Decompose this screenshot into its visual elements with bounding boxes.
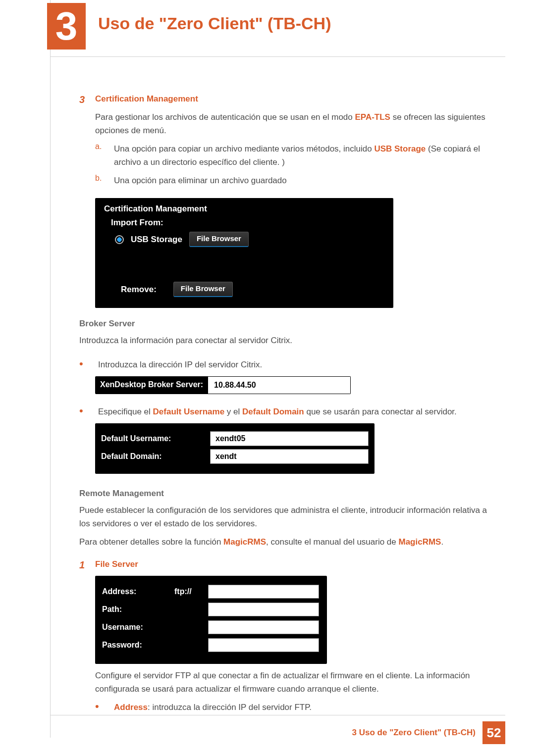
- substep-b: b.: [95, 174, 114, 183]
- file-browser-import-button[interactable]: File Browser: [189, 232, 249, 247]
- broker-label: XenDesktop Broker Server:: [95, 376, 208, 394]
- remote-p1: Puede establecer la configuración de los…: [79, 504, 499, 530]
- broker-b2: Especifique el Default Username y el Def…: [98, 405, 499, 418]
- import-from-label: Import From:: [111, 218, 384, 228]
- substep-b-text: Una opción para eliminar un archivo guar…: [114, 174, 499, 187]
- footer-text: 3 Uso de "Zero Client" (TB-CH): [352, 728, 476, 738]
- section-heading-cert: Certification Management: [95, 94, 198, 103]
- fs-path-label: Path:: [102, 605, 162, 614]
- default-domain-label: Default Domain:: [101, 452, 210, 461]
- fs-password-label: Password:: [102, 641, 162, 650]
- fs-ftp-prefix: ftp://: [174, 587, 196, 596]
- section-heading-broker: Broker Server: [79, 319, 499, 329]
- fs-username-input[interactable]: [208, 620, 319, 634]
- bullet-icon: •: [95, 701, 114, 712]
- usb-storage-label: USB Storage: [131, 235, 182, 245]
- section-heading-remote: Remote Management: [79, 489, 499, 499]
- substep-a: a.: [95, 142, 114, 151]
- fs-address-input[interactable]: [208, 585, 319, 599]
- fs-desc: Configure el servidor FTP al que conecta…: [95, 669, 499, 696]
- default-credentials-screenshot: Default Username: xendt05 Default Domain…: [95, 423, 374, 474]
- default-domain-input[interactable]: xendt: [210, 449, 369, 464]
- substep-a-text: Una opción para copiar un archivo median…: [114, 142, 499, 169]
- page-footer: 3 Uso de "Zero Client" (TB-CH) 52: [50, 715, 505, 744]
- broker-b1: Introduzca la dirección IP del servidor …: [98, 358, 499, 371]
- bullet-icon: •: [79, 405, 98, 417]
- broker-value[interactable]: 10.88.44.50: [208, 376, 351, 394]
- chapter-number-badge: 3: [47, 3, 86, 50]
- broker-intro: Introduzca la información para conectar …: [79, 334, 499, 347]
- step-number: 3: [79, 94, 95, 105]
- remote-p2: Para obtener detalles sobre la función M…: [79, 535, 499, 549]
- remove-label: Remove:: [121, 285, 157, 295]
- default-username-input[interactable]: xendt05: [210, 431, 369, 446]
- file-browser-remove-button[interactable]: File Browser: [173, 282, 233, 297]
- chapter-title: Uso de "Zero Client" (TB-CH): [98, 14, 331, 33]
- fs-username-label: Username:: [102, 623, 162, 632]
- default-username-label: Default Username:: [101, 434, 210, 443]
- broker-server-screenshot: XenDesktop Broker Server: 10.88.44.50: [95, 376, 351, 394]
- file-server-screenshot: Address: ftp:// Path: Username: Password…: [95, 576, 327, 664]
- step-number-fs: 1: [79, 559, 95, 571]
- vertical-rule: [50, 0, 51, 738]
- fs-path-input[interactable]: [208, 603, 319, 616]
- cert-title: Certification Management: [104, 204, 384, 214]
- bullet-icon: •: [79, 358, 98, 370]
- fs-address-label: Address:: [102, 587, 162, 596]
- cert-intro: Para gestionar los archivos de autentica…: [95, 110, 499, 137]
- fs-address-desc: Address: introduzca la dirección IP del …: [114, 701, 499, 714]
- fs-password-input[interactable]: [208, 638, 319, 652]
- page-number-badge: 52: [482, 721, 505, 744]
- section-heading-file-server: File Server: [95, 559, 138, 569]
- horizontal-rule: [50, 56, 505, 57]
- cert-management-screenshot: Certification Management Import From: US…: [95, 198, 393, 308]
- usb-storage-radio[interactable]: [115, 235, 124, 244]
